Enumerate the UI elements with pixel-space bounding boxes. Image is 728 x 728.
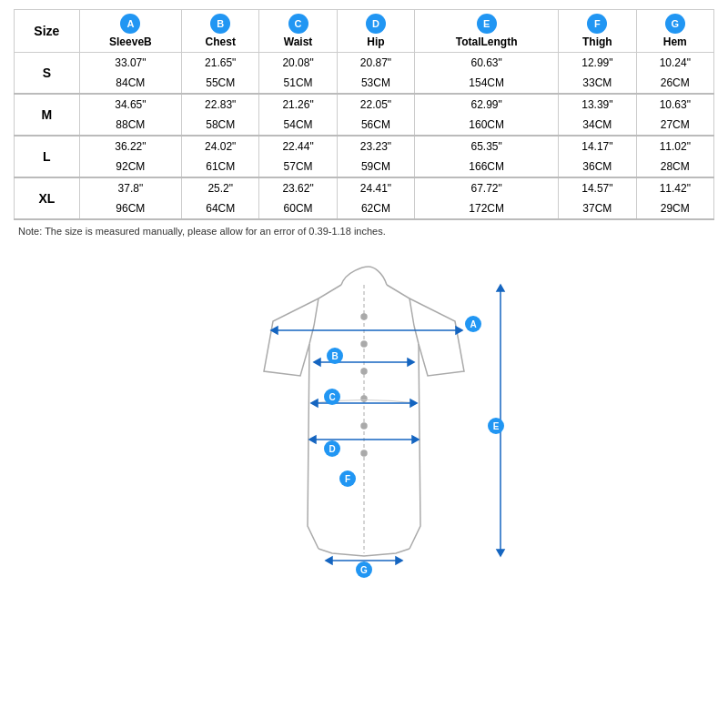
- measurement-cell-cm: 56CM: [337, 115, 414, 136]
- table-row: 96CM64CM60CM62CM172CM37CM29CM: [15, 198, 714, 219]
- measurement-cell-cm: 64CM: [182, 198, 259, 219]
- measurement-cell-cm: 53CM: [337, 73, 414, 94]
- measurement-cell-inches: 11.42": [636, 177, 713, 198]
- measurement-cell-cm: 84CM: [79, 73, 181, 94]
- measurement-cell-inches: 11.02": [636, 136, 713, 157]
- measurement-cell-cm: 29CM: [636, 198, 713, 219]
- measurement-cell-cm: 26CM: [636, 73, 713, 94]
- measurement-cell-cm: 60CM: [259, 198, 337, 219]
- measurement-cell-inches: 14.57": [559, 177, 636, 198]
- measurement-cell-cm: 58CM: [182, 115, 259, 136]
- table-row: 84CM55CM51CM53CM154CM33CM26CM: [15, 73, 714, 94]
- measurement-cell-inches: 37.8": [79, 177, 181, 198]
- measurement-cell-inches: 14.17": [559, 136, 636, 157]
- svg-text:A: A: [470, 319, 476, 329]
- measurement-cell-inches: 10.24": [636, 53, 713, 74]
- col-header-chest: B Chest: [182, 10, 259, 53]
- svg-marker-28: [497, 285, 504, 291]
- size-cell: S: [15, 53, 80, 95]
- size-cell: L: [15, 136, 80, 177]
- svg-marker-18: [311, 399, 318, 407]
- measurement-cell-cm: 54CM: [259, 115, 337, 136]
- measurement-cell-inches: 34.65": [79, 94, 181, 115]
- svg-text:E: E: [493, 421, 500, 431]
- measurement-cell-cm: 88CM: [79, 115, 181, 136]
- svg-marker-14: [408, 359, 414, 366]
- table-row: L36.22"24.02"22.44"23.23"65.35"14.17"11.…: [15, 136, 714, 157]
- measurement-cell-cm: 51CM: [259, 73, 337, 94]
- svg-marker-9: [456, 327, 462, 334]
- col-header-hem: G Hem: [636, 10, 713, 53]
- svg-point-5: [361, 423, 367, 429]
- svg-text:B: B: [331, 351, 338, 361]
- svg-marker-37: [326, 557, 332, 564]
- measurement-cell-cm: 92CM: [79, 157, 181, 177]
- measurement-cell-cm: 62CM: [337, 198, 414, 219]
- col-header-hip: D Hip: [337, 10, 414, 53]
- measurement-cell-inches: 62.99": [415, 94, 559, 115]
- svg-marker-13: [314, 359, 320, 366]
- measurement-cell-inches: 36.22": [79, 136, 181, 157]
- size-cell: XL: [15, 177, 80, 219]
- measurement-cell-cm: 57CM: [259, 157, 337, 177]
- measurement-cell-cm: 61CM: [182, 157, 259, 177]
- measurement-cell-cm: 28CM: [636, 157, 713, 177]
- size-cell: M: [15, 94, 80, 136]
- measurement-cell-inches: 22.05": [337, 94, 414, 115]
- table-row: S33.07"21.65"20.08"20.87"60.63"12.99"10.…: [15, 53, 714, 74]
- measurement-cell-cm: 172CM: [415, 198, 559, 219]
- svg-point-1: [361, 314, 367, 319]
- svg-marker-29: [497, 550, 504, 556]
- svg-point-4: [361, 396, 367, 401]
- col-header-sleeveb: A SleeveB: [79, 10, 181, 53]
- size-table: Size A SleeveB B Chest C: [14, 9, 714, 220]
- measurement-cell-inches: 24.41": [337, 177, 414, 198]
- measurement-cell-inches: 33.07": [79, 53, 181, 74]
- measurement-cell-cm: 36CM: [559, 157, 636, 177]
- svg-marker-24: [412, 436, 419, 443]
- col-header-totallength: E TotalLength: [415, 10, 559, 53]
- main-container: Size A SleeveB B Chest C: [0, 0, 728, 599]
- measurement-cell-cm: 59CM: [337, 157, 414, 177]
- measurement-cell-inches: 24.02": [182, 136, 259, 157]
- measurement-cell-cm: 55CM: [182, 73, 259, 94]
- measurement-cell-cm: 33CM: [559, 73, 636, 94]
- svg-text:C: C: [329, 392, 335, 402]
- table-row: XL37.8"25.2"23.62"24.41"67.72"14.57"11.4…: [15, 177, 714, 198]
- measurement-cell-inches: 22.44": [259, 136, 337, 157]
- svg-text:D: D: [329, 444, 335, 454]
- measurement-cell-inches: 60.63": [415, 53, 559, 74]
- col-header-thigh: F Thigh: [559, 10, 636, 53]
- table-row: 92CM61CM57CM59CM166CM36CM28CM: [15, 157, 714, 177]
- measurement-cell-cm: 34CM: [559, 115, 636, 136]
- measurement-cell-inches: 67.72": [415, 177, 559, 198]
- svg-text:G: G: [360, 565, 368, 575]
- table-header-row: Size A SleeveB B Chest C: [15, 10, 714, 53]
- measurement-cell-inches: 20.87": [337, 53, 414, 74]
- measurement-cell-inches: 20.08": [259, 53, 337, 74]
- garment-svg: A B C D: [173, 244, 555, 581]
- measurement-cell-inches: 23.23": [337, 136, 414, 157]
- measurement-cell-inches: 10.63": [636, 94, 713, 115]
- measurement-cell-cm: 166CM: [415, 157, 559, 177]
- svg-marker-38: [396, 557, 402, 564]
- svg-point-3: [361, 369, 367, 374]
- svg-point-6: [361, 450, 367, 456]
- garment-diagram: A B C D: [14, 244, 714, 590]
- col-header-waist: C Waist: [259, 10, 337, 53]
- measurement-cell-inches: 23.62": [259, 177, 337, 198]
- svg-marker-19: [410, 399, 417, 407]
- measurement-cell-inches: 22.83": [182, 94, 259, 115]
- measurement-cell-inches: 65.35": [415, 136, 559, 157]
- measurement-cell-cm: 154CM: [415, 73, 559, 94]
- measurement-cell-inches: 13.39": [559, 94, 636, 115]
- svg-text:F: F: [345, 474, 350, 484]
- measurement-cell-inches: 25.2": [182, 177, 259, 198]
- measurement-cell-cm: 96CM: [79, 198, 181, 219]
- svg-point-2: [361, 341, 367, 347]
- measurement-cell-cm: 27CM: [636, 115, 713, 136]
- measurement-cell-inches: 12.99": [559, 53, 636, 74]
- col-header-size: Size: [15, 10, 80, 53]
- table-row: 88CM58CM54CM56CM160CM34CM27CM: [15, 115, 714, 136]
- table-row: M34.65"22.83"21.26"22.05"62.99"13.39"10.…: [15, 94, 714, 115]
